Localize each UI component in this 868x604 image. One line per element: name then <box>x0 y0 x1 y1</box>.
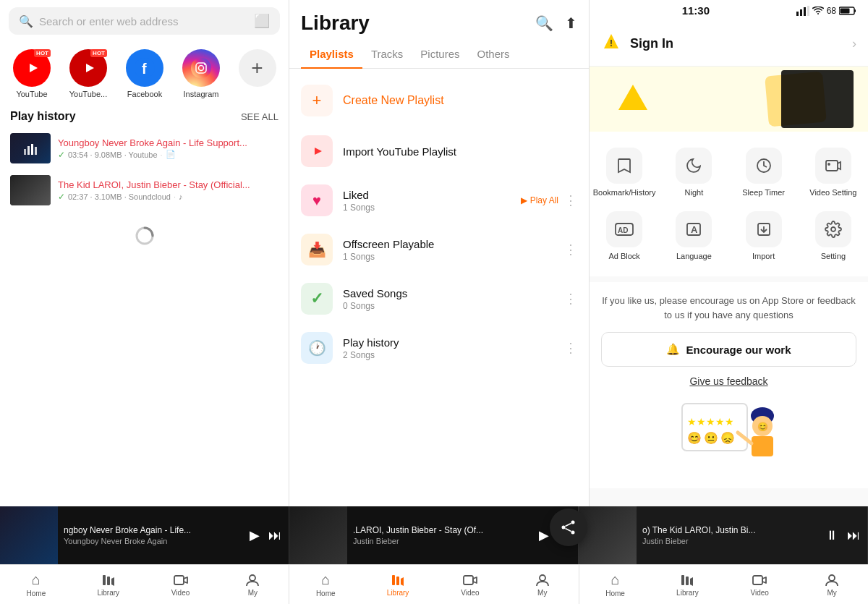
history-source-icon-2: ♪ <box>179 192 183 201</box>
svg-rect-61 <box>681 575 684 585</box>
playlist-item-history[interactable]: 🕐 Play history 2 Songs ⋮ <box>289 323 589 373</box>
svg-marker-59 <box>473 577 477 583</box>
history-item-1[interactable]: Youngboy Never Broke Again - Life Suppor… <box>6 127 283 169</box>
search-input[interactable] <box>39 15 248 27</box>
library-label-3: Library <box>676 589 699 597</box>
grid-item-language[interactable]: A Language <box>659 204 728 268</box>
more-offscreen[interactable]: ⋮ <box>564 243 577 256</box>
playlist-icon-history: 🕐 <box>301 332 333 364</box>
nav-video-2[interactable]: Video <box>434 565 506 604</box>
share-fab-button[interactable] <box>550 509 587 546</box>
svg-rect-25 <box>807 6 809 16</box>
upload-header-icon[interactable]: ⬆ <box>565 14 577 32</box>
svg-text:😐: 😐 <box>704 431 718 445</box>
illustration: ★★★★★ 😊 😐 😞 😊 <box>601 387 856 477</box>
playlist-item-import[interactable]: Import YouTube Playlist <box>289 127 589 176</box>
next-btn-1[interactable]: ⏭ <box>268 528 281 543</box>
svg-rect-62 <box>686 577 689 585</box>
nav-section-3: ⌂ Home Library Video My <box>579 565 868 604</box>
grid-item-ad-block[interactable]: AD Ad Block <box>590 204 659 268</box>
shortcut-youtube2[interactable]: HOT YouTube... <box>65 49 111 98</box>
playlist-item-liked[interactable]: ♥ Liked 1 Songs ▶ Play All ⋮ <box>289 176 589 225</box>
nav-my-1[interactable]: My <box>216 565 289 604</box>
svg-rect-49 <box>752 436 773 456</box>
grid-item-video-setting[interactable]: Video Setting <box>799 140 868 204</box>
feedback-link[interactable]: Give us feedback <box>601 375 856 387</box>
playlist-info-saved: Saved Songs 0 Songs <box>343 287 554 311</box>
shortcut-instagram-label: Instagram <box>178 90 224 98</box>
encourage-section: If you like us, please encourage us on A… <box>590 282 868 488</box>
playlist-count-history: 2 Songs <box>343 350 554 360</box>
history-source-icon-1: 📄 <box>166 150 176 159</box>
tab-others[interactable]: Others <box>469 41 519 69</box>
grid-item-night[interactable]: Night <box>659 140 728 204</box>
nav-library-2[interactable]: Library <box>362 565 434 604</box>
play-btn-1[interactable]: ▶ <box>250 527 260 543</box>
home-icon-3: ⌂ <box>611 571 620 588</box>
play-all-liked[interactable]: ▶ Play All <box>521 195 558 205</box>
player-title-2: .LAROI, Justin Bieber - Stay (Of... <box>353 525 533 535</box>
player-title-3: o) The Kid LAROI, Justin Bi... <box>642 525 820 535</box>
pause-btn-3[interactable]: ⏸ <box>825 528 838 543</box>
player-info-2: .LAROI, Justin Bieber - Stay (Of... Just… <box>347 525 539 545</box>
more-saved[interactable]: ⋮ <box>564 292 577 305</box>
playlist-item-offscreen[interactable]: 📥 Offscreen Playable 1 Songs ⋮ <box>289 225 589 274</box>
home-label-2: Home <box>316 590 336 597</box>
grid-item-import[interactable]: Import <box>729 204 799 268</box>
status-icons: 68 <box>796 6 856 16</box>
svg-rect-6 <box>191 58 211 78</box>
my-icon-2 <box>535 573 550 587</box>
library-icon-2 <box>391 573 405 587</box>
library-icon-1 <box>101 573 116 587</box>
svg-text:f: f <box>142 61 147 77</box>
nav-home-2[interactable]: ⌂ Home <box>289 565 362 604</box>
playlist-item-saved[interactable]: ✓ Saved Songs 0 Songs ⋮ <box>289 274 589 323</box>
encourage-button[interactable]: 🔔 Encourage our work <box>601 332 856 367</box>
history-item-2[interactable]: The Kid LAROI, Justin Bieber - Stay (Off… <box>6 169 283 211</box>
play-btn-2[interactable]: ▶ <box>539 527 549 543</box>
search-header-icon[interactable]: 🔍 <box>535 14 553 32</box>
next-btn-3[interactable]: ⏭ <box>847 528 860 543</box>
svg-rect-51 <box>103 575 106 585</box>
svg-text:😞: 😞 <box>720 431 735 445</box>
shortcut-add[interactable]: + <box>234 49 280 87</box>
see-all-button[interactable]: SEE ALL <box>241 111 278 122</box>
create-playlist-button[interactable]: + Create New Playlist <box>289 75 589 127</box>
player-bar: ngboy Never Broke Again - Life... Youngb… <box>0 506 868 564</box>
nav-home-3[interactable]: ⌂ Home <box>579 565 652 604</box>
video-label-3: Video <box>751 589 769 597</box>
setting-label: Setting <box>821 252 846 260</box>
home-label-3: Home <box>605 590 625 597</box>
nav-home-1[interactable]: ⌂ Home <box>0 565 72 604</box>
hot-badge-2: HOT <box>90 49 107 57</box>
search-bar[interactable]: 🔍 ⬜ <box>9 7 280 35</box>
tab-tracks[interactable]: Tracks <box>362 41 412 69</box>
bookmark-icon <box>606 148 642 184</box>
sign-in-row[interactable]: ! Sign In › <box>590 21 868 67</box>
video-icon-2 <box>463 573 477 587</box>
nav-library-3[interactable]: Library <box>651 565 723 604</box>
nav-video-1[interactable]: Video <box>145 565 217 604</box>
grid-item-bookmark[interactable]: Bookmark/History <box>590 140 659 204</box>
shortcut-instagram[interactable]: Instagram <box>178 49 224 98</box>
svg-text:AD: AD <box>618 226 628 234</box>
encourage-text: If you like us, please encourage us on A… <box>601 294 856 322</box>
nav-my-3[interactable]: My <box>796 565 868 604</box>
nav-video-3[interactable]: Video <box>723 565 796 604</box>
library-header: Library 🔍 ⬆ <box>289 0 589 35</box>
grid-item-setting[interactable]: Setting <box>799 204 868 268</box>
tab-pictures[interactable]: Pictures <box>412 41 468 69</box>
svg-text:A: A <box>691 224 698 235</box>
shortcut-youtube[interactable]: HOT YouTube <box>9 49 55 98</box>
grid-item-sleep[interactable]: Sleep Timer <box>729 140 799 204</box>
more-liked[interactable]: ⋮ <box>564 194 577 207</box>
playlist-icon-import <box>301 135 333 167</box>
tab-playlists[interactable]: Playlists <box>301 41 362 69</box>
nav-my-2[interactable]: My <box>506 565 579 604</box>
language-label: Language <box>676 252 712 260</box>
nav-library-1[interactable]: Library <box>72 565 145 604</box>
more-history[interactable]: ⋮ <box>564 341 577 354</box>
tab-icon[interactable]: ⬜ <box>254 13 270 29</box>
shortcut-facebook[interactable]: f Facebook <box>122 49 168 98</box>
playlist-name-history: Play history <box>343 336 554 349</box>
